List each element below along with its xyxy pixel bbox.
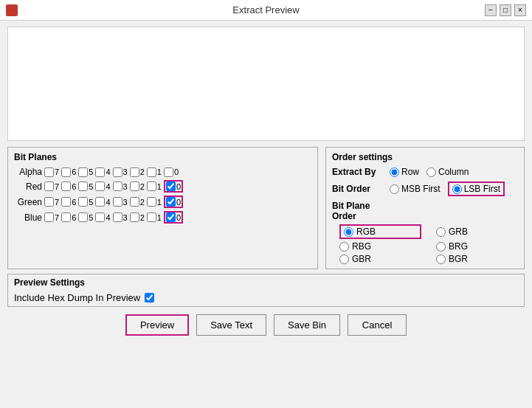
green-row: Green 7 6 5 4 3 2 1 0 <box>14 196 311 208</box>
bpo-rbg-label: RBG <box>352 241 371 252</box>
green-bit-0: 0 <box>164 196 183 208</box>
alpha-bit-1: 1 <box>147 167 162 177</box>
alpha-bit-6: 6 <box>61 167 76 177</box>
blue-check-0[interactable] <box>166 212 176 222</box>
alpha-label: Alpha <box>14 167 42 177</box>
red-bit-2: 2 <box>130 181 145 191</box>
blue-row: Blue 7 6 5 4 3 2 1 0 <box>14 211 311 224</box>
blue-bit-6: 6 <box>61 212 76 222</box>
blue-check-7[interactable] <box>44 212 54 222</box>
blue-check-5[interactable] <box>78 212 88 222</box>
bpo-rbg-radio[interactable] <box>339 242 349 252</box>
red-check-1[interactable] <box>147 181 156 191</box>
red-bit-0: 0 <box>164 180 183 193</box>
green-check-2[interactable] <box>130 197 139 207</box>
green-label: Green <box>14 197 42 207</box>
alpha-check-6[interactable] <box>61 167 71 177</box>
bit-plane-order-label: Bit Plane Order <box>332 201 384 221</box>
bpo-gbr-radio[interactable] <box>339 255 349 264</box>
red-check-0[interactable] <box>166 181 176 191</box>
cancel-button[interactable]: Cancel <box>348 314 407 336</box>
preview-settings-title: Preview Settings <box>14 277 518 288</box>
bpo-bgr: BGR <box>436 254 518 264</box>
bpo-grb-radio[interactable] <box>436 227 446 237</box>
red-bit-4: 4 <box>95 181 110 191</box>
alpha-check-2[interactable] <box>130 167 139 177</box>
order-settings-panel: Order settings Extract By Row Column Bit… <box>325 147 525 269</box>
blue-check-4[interactable] <box>95 212 105 222</box>
extract-by-row-label: Row <box>401 167 419 177</box>
green-bit-7: 7 <box>44 197 59 207</box>
msb-first-radio[interactable] <box>390 184 399 194</box>
green-check-1[interactable] <box>147 197 156 207</box>
red-check-2[interactable] <box>130 181 139 191</box>
save-text-button[interactable]: Save Text <box>196 314 266 336</box>
alpha-row: Alpha 7 6 5 4 3 2 1 0 <box>14 167 311 177</box>
red-check-5[interactable] <box>78 181 88 191</box>
alpha-bit-0: 0 <box>164 167 179 177</box>
extract-by-column-radio[interactable] <box>426 167 436 177</box>
bit-planes-panel: Bit Planes Alpha 7 6 5 4 3 2 1 0 Red 7 6… <box>7 147 318 269</box>
green-check-0[interactable] <box>166 197 176 207</box>
alpha-check-1[interactable] <box>147 167 156 177</box>
extract-by-label: Extract By <box>332 167 384 177</box>
close-button[interactable]: × <box>514 4 526 16</box>
blue-bit-2: 2 <box>130 212 145 222</box>
alpha-check-0[interactable] <box>164 167 173 177</box>
bpo-bgr-radio[interactable] <box>436 255 446 264</box>
save-bin-button[interactable]: Save Bin <box>274 314 340 336</box>
maximize-button[interactable]: □ <box>500 4 511 16</box>
green-check-6[interactable] <box>61 197 71 207</box>
extract-by-group: Row Column <box>390 167 469 177</box>
green-check-5[interactable] <box>78 197 88 207</box>
green-bit-2: 2 <box>130 197 145 207</box>
hex-dump-checkbox[interactable] <box>145 293 154 302</box>
green-bit-1: 1 <box>147 197 162 207</box>
bpo-rgb-radio[interactable] <box>344 227 353 237</box>
alpha-bit-3: 3 <box>113 167 128 177</box>
app-icon <box>6 4 18 16</box>
red-check-4[interactable] <box>95 181 105 191</box>
bpo-brg: BRG <box>436 241 518 252</box>
extract-by-row-radio[interactable] <box>390 167 399 177</box>
green-check-4[interactable] <box>95 197 105 207</box>
blue-check-2[interactable] <box>130 212 139 222</box>
preview-settings-panel: Preview Settings Include Hex Dump In Pre… <box>7 274 525 307</box>
bpo-bgr-label: BGR <box>449 254 468 264</box>
msb-first-label: MSB First <box>401 184 441 194</box>
extract-by-row: Extract By Row Column <box>332 167 518 177</box>
alpha-check-3[interactable] <box>113 167 122 177</box>
window-title: Extract Preview <box>232 4 299 15</box>
blue-check-1[interactable] <box>147 212 156 222</box>
lsb-first-radio[interactable] <box>452 184 462 194</box>
hex-dump-row: Include Hex Dump In Preview <box>14 292 518 303</box>
red-check-3[interactable] <box>113 181 122 191</box>
green-bit-6: 6 <box>61 197 76 207</box>
alpha-check-4[interactable] <box>95 167 105 177</box>
alpha-check-5[interactable] <box>78 167 88 177</box>
red-check-7[interactable] <box>44 181 54 191</box>
bottom-buttons: Preview Save Text Save Bin Cancel <box>0 314 532 336</box>
bpo-brg-label: BRG <box>449 241 468 252</box>
blue-check-3[interactable] <box>113 212 122 222</box>
preview-button[interactable]: Preview <box>125 314 189 336</box>
bpo-rgb-label: RGB <box>356 227 376 237</box>
blue-check-6[interactable] <box>61 212 71 222</box>
blue-bit-4: 4 <box>95 212 110 222</box>
red-check-6[interactable] <box>61 181 71 191</box>
green-check-3[interactable] <box>113 197 122 207</box>
bit-planes-title: Bit Planes <box>14 152 311 162</box>
main-content: Bit Planes Alpha 7 6 5 4 3 2 1 0 Red 7 6… <box>7 147 525 269</box>
bpo-gbr: GBR <box>339 254 421 264</box>
green-check-7[interactable] <box>44 197 54 207</box>
blue-label: Blue <box>14 212 42 223</box>
red-bit-5: 5 <box>78 181 93 191</box>
bpo-brg-radio[interactable] <box>436 242 446 252</box>
bit-planes-grid: Alpha 7 6 5 4 3 2 1 0 Red 7 6 5 4 3 2 1 … <box>14 167 311 224</box>
window-controls: − □ × <box>485 4 526 16</box>
lsb-first-option: LSB First <box>448 181 505 196</box>
alpha-check-7[interactable] <box>44 167 54 177</box>
red-bit-3: 3 <box>113 181 128 191</box>
minimize-button[interactable]: − <box>485 4 497 16</box>
lsb-first-label: LSB First <box>464 184 500 194</box>
